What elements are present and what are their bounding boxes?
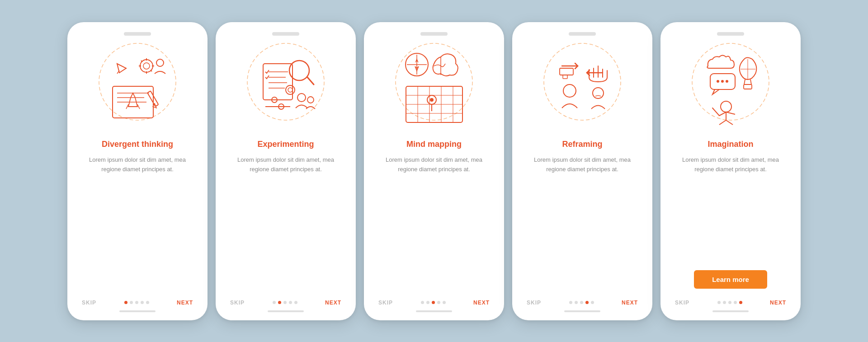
svg-point-30 <box>297 94 306 102</box>
dot-4 <box>734 301 737 304</box>
phone-bottom-bar <box>712 310 749 312</box>
phone-desc: Lorem ipsum dolor sit dim amet, mea regi… <box>377 155 491 174</box>
nav-dots <box>717 301 742 304</box>
phone-experimenting: Experimenting Lorem ipsum dolor sit dim … <box>216 22 356 320</box>
phone-desc: Lorem ipsum dolor sit dim amet, mea regi… <box>525 155 640 174</box>
dot-5 <box>146 301 149 304</box>
svg-point-16 <box>156 59 164 66</box>
dot-1 <box>421 301 424 304</box>
dot-4 <box>141 301 144 304</box>
dot-1 <box>273 301 276 304</box>
svg-point-48 <box>430 98 434 102</box>
dot-1 <box>717 301 721 304</box>
svg-point-63 <box>726 80 728 83</box>
dot-3 <box>283 301 287 304</box>
svg-point-34 <box>396 43 472 120</box>
dot-2 <box>130 301 133 304</box>
phone-title: Divergent thinking <box>102 140 173 150</box>
nav-dots <box>421 301 446 304</box>
next-button[interactable]: NEXT <box>770 300 786 306</box>
dot-4 <box>437 301 440 304</box>
skip-button[interactable]: SKIP <box>82 300 96 306</box>
phone-nav: SKIP NEXT <box>377 300 491 306</box>
phone-nav: SKIP NEXT <box>228 300 343 306</box>
illustration-imagination <box>685 41 776 131</box>
next-button[interactable]: NEXT <box>473 300 490 306</box>
dot-5 <box>739 301 742 304</box>
dot-5 <box>443 301 446 304</box>
dot-2 <box>723 301 726 304</box>
phone-title: Imagination <box>708 140 753 150</box>
phone-imagination: Imagination Lorem ipsum dolor sit dim am… <box>660 22 801 320</box>
svg-point-32 <box>286 85 295 94</box>
svg-point-31 <box>307 97 314 103</box>
illustration-experimenting <box>241 41 331 131</box>
phones-container: Divergent thinking Lorem ipsum dolor sit… <box>58 9 810 334</box>
skip-button[interactable]: SKIP <box>527 300 541 306</box>
phone-nav: SKIP NEXT <box>673 300 788 306</box>
dot-1 <box>124 301 127 304</box>
phone-desc: Lorem ipsum dolor sit dim amet, mea regi… <box>228 155 343 174</box>
phone-desc: Lorem ipsum dolor sit dim amet, mea regi… <box>673 155 788 174</box>
phone-bottom-bar <box>564 310 600 312</box>
phone-notch <box>717 32 744 36</box>
svg-rect-53 <box>563 75 567 79</box>
svg-point-18 <box>247 43 324 120</box>
svg-rect-57 <box>744 84 752 89</box>
skip-button[interactable]: SKIP <box>230 300 245 306</box>
dot-3 <box>135 301 138 304</box>
phone-desc: Lorem ipsum dolor sit dim amet, mea regi… <box>80 155 195 174</box>
phone-notch <box>569 32 596 36</box>
phone-notch <box>124 32 151 36</box>
svg-point-61 <box>717 80 719 83</box>
dot-4 <box>585 301 589 304</box>
svg-point-51 <box>593 88 604 98</box>
phone-notch <box>272 32 299 36</box>
nav-dots <box>273 301 297 304</box>
svg-line-25 <box>307 77 314 84</box>
svg-point-50 <box>563 84 576 97</box>
svg-line-56 <box>750 80 751 84</box>
dot-3 <box>728 301 731 304</box>
next-button[interactable]: NEXT <box>622 300 638 306</box>
skip-button[interactable]: SKIP <box>378 300 393 306</box>
dot-4 <box>289 301 292 304</box>
phone-mind-mapping: Mind mapping Lorem ipsum dolor sit dim a… <box>364 22 504 320</box>
dot-2 <box>426 301 429 304</box>
next-button[interactable]: NEXT <box>325 300 341 306</box>
phone-bottom-bar <box>268 310 304 312</box>
svg-point-62 <box>721 80 724 83</box>
dot-3 <box>432 301 435 304</box>
dot-2 <box>278 301 281 304</box>
phone-nav: SKIP NEXT <box>80 300 195 306</box>
dot-3 <box>580 301 583 304</box>
phone-bottom-bar <box>416 310 452 312</box>
phone-nav: SKIP NEXT <box>525 300 640 306</box>
svg-point-0 <box>99 43 176 120</box>
phone-reframing: Reframing Lorem ipsum dolor sit dim amet… <box>512 22 652 320</box>
phone-bottom-bar <box>119 310 156 312</box>
phone-divergent-thinking: Divergent thinking Lorem ipsum dolor sit… <box>67 22 208 320</box>
next-button[interactable]: NEXT <box>177 300 193 306</box>
phone-title: Reframing <box>562 140 602 150</box>
nav-dots <box>569 301 594 304</box>
svg-point-33 <box>288 88 292 92</box>
phone-title: Experimenting <box>257 140 314 150</box>
phone-title: Mind mapping <box>406 140 462 150</box>
phone-notch <box>420 32 448 36</box>
svg-point-64 <box>721 101 731 112</box>
dot-5 <box>591 301 594 304</box>
svg-point-49 <box>544 43 621 120</box>
svg-rect-19 <box>263 64 292 100</box>
skip-button[interactable]: SKIP <box>675 300 689 306</box>
nav-dots <box>124 301 149 304</box>
svg-rect-52 <box>560 68 573 75</box>
illustration-mind-mapping <box>389 41 479 131</box>
svg-line-55 <box>744 80 745 84</box>
illustration-divergent-thinking <box>92 41 183 131</box>
svg-point-9 <box>143 63 150 69</box>
svg-point-54 <box>692 43 769 120</box>
learn-more-button[interactable]: Learn more <box>694 270 767 289</box>
dot-2 <box>575 301 578 304</box>
illustration-reframing <box>537 41 627 131</box>
